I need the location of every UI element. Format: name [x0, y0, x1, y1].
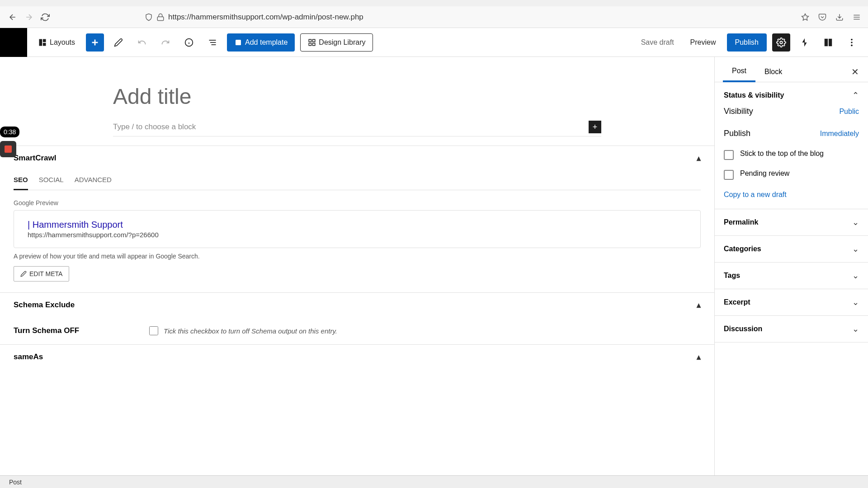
publish-value[interactable]: Immediately	[820, 130, 859, 138]
permalink-header[interactable]: Permalink ⌄	[724, 217, 859, 227]
browser-titlebar	[0, 0, 868, 6]
tags-header[interactable]: Tags ⌄	[724, 271, 859, 281]
sidebar-tab-post[interactable]: Post	[723, 61, 755, 82]
excerpt-header[interactable]: Excerpt ⌄	[724, 297, 859, 307]
outline-button[interactable]	[203, 33, 222, 52]
jetpack-button[interactable]	[796, 33, 814, 52]
chevron-up-icon: ▴	[697, 352, 701, 362]
svg-rect-6	[43, 39, 46, 42]
edit-button[interactable]	[109, 33, 127, 52]
settings-sidebar: Post Block ✕ Status & visibility ⌃ Visib…	[714, 57, 868, 475]
publish-button[interactable]: Publish	[727, 33, 767, 52]
svg-rect-17	[309, 39, 311, 42]
preview-button[interactable]: Preview	[685, 33, 722, 52]
post-title-input[interactable]: Add title	[113, 84, 601, 109]
add-template-button[interactable]: Add template	[227, 33, 295, 52]
schema-header[interactable]: Schema Exclude ▴	[0, 293, 714, 317]
layouts-button[interactable]: Layouts	[33, 33, 80, 52]
forward-button[interactable]	[24, 12, 34, 23]
pencil-icon	[114, 38, 123, 47]
svg-rect-7	[43, 42, 46, 46]
schema-heading: Schema Exclude	[14, 300, 75, 310]
publish-label: Publish	[724, 129, 750, 138]
reload-button[interactable]	[40, 12, 51, 23]
add-block-button[interactable]	[86, 33, 104, 52]
menu-icon[interactable]	[853, 13, 861, 21]
svg-rect-0	[157, 17, 164, 20]
more-button[interactable]	[843, 33, 861, 52]
info-button[interactable]	[180, 33, 198, 52]
edit-meta-button[interactable]: EDIT META	[14, 266, 69, 282]
sidebar-tab-block[interactable]: Block	[755, 62, 791, 81]
categories-header[interactable]: Categories ⌄	[724, 244, 859, 254]
breadcrumb-post[interactable]: Post	[9, 479, 22, 486]
copy-draft-link[interactable]: Copy to a new draft	[724, 184, 859, 201]
wp-logo[interactable]	[0, 28, 27, 57]
discussion-header[interactable]: Discussion ⌄	[724, 324, 859, 334]
discussion-title: Discussion	[724, 325, 762, 333]
svg-rect-16	[236, 40, 241, 45]
inline-add-block-button[interactable]: +	[589, 121, 601, 133]
redo-button[interactable]	[156, 33, 175, 52]
stick-checkbox[interactable]	[724, 150, 734, 160]
browser-toolbar: https://hammersmithsupport.com/wp-admin/…	[0, 6, 868, 28]
plus-icon	[90, 38, 100, 47]
lock-icon	[156, 13, 165, 21]
template-icon	[234, 38, 242, 47]
save-draft-button[interactable]: Save draft	[636, 33, 679, 52]
list-icon	[208, 38, 217, 47]
pending-checkbox[interactable]	[724, 170, 734, 180]
visibility-label: Visibility	[724, 107, 753, 116]
categories-title: Categories	[724, 245, 761, 253]
add-template-label: Add template	[245, 38, 288, 47]
smartcrawl-header[interactable]: SmartCrawl ▴	[0, 146, 714, 170]
status-visibility-header[interactable]: Status & visibility ⌃	[724, 90, 859, 100]
url-text: https://hammersmithsupport.com/wp-admin/…	[168, 13, 363, 22]
chevron-down-icon: ⌄	[852, 271, 859, 281]
undo-button[interactable]	[133, 33, 151, 52]
tab-seo[interactable]: SEO	[14, 170, 28, 190]
svg-point-26	[851, 44, 853, 46]
recording-stop-button[interactable]	[0, 141, 16, 157]
sameas-heading: sameAs	[14, 352, 43, 361]
sameas-header[interactable]: sameAs ▴	[0, 345, 714, 369]
tab-advanced[interactable]: ADVANCED	[75, 170, 112, 190]
stop-icon	[5, 145, 12, 153]
google-preview-label: Google Preview	[14, 199, 701, 206]
more-icon	[847, 38, 857, 47]
pocket-icon[interactable]	[818, 13, 826, 21]
svg-rect-20	[313, 43, 315, 45]
back-button[interactable]	[7, 12, 18, 23]
schema-off-label: Turn Schema OFF	[14, 326, 131, 335]
svg-marker-1	[802, 14, 809, 20]
jetpack-icon	[800, 38, 810, 47]
recording-widget: 0:38	[0, 127, 19, 157]
google-preview-url: https://hammersmithsupport.com/?p=26600	[28, 231, 687, 239]
chevron-down-icon: ⌄	[852, 297, 859, 307]
svg-point-21	[780, 41, 783, 44]
schema-off-checkbox[interactable]	[149, 326, 158, 335]
settings-button[interactable]	[772, 33, 790, 52]
excerpt-title: Excerpt	[724, 298, 750, 306]
recording-time: 0:38	[0, 127, 19, 137]
sameas-panel: sameAs ▴	[0, 344, 714, 369]
download-icon[interactable]	[835, 13, 844, 21]
star-icon[interactable]	[801, 13, 809, 21]
layouts-label: Layouts	[50, 38, 75, 47]
tags-title: Tags	[724, 272, 740, 280]
design-library-button[interactable]: Design Library	[300, 33, 373, 52]
design-library-label: Design Library	[319, 38, 365, 47]
sidebar-close-button[interactable]: ✕	[842, 66, 868, 77]
chevron-up-icon: ▴	[697, 300, 701, 310]
stick-label: Stick to the top of the blog	[740, 149, 824, 159]
tab-social[interactable]: SOCIAL	[39, 170, 64, 190]
chevron-up-icon: ▴	[697, 153, 701, 163]
block-placeholder[interactable]: Type / to choose a block	[113, 122, 584, 131]
panel-button[interactable]	[819, 33, 837, 52]
visibility-value[interactable]: Public	[839, 108, 859, 116]
address-bar[interactable]: https://hammersmithsupport.com/wp-admin/…	[56, 13, 813, 22]
redo-icon	[161, 38, 170, 47]
google-preview-help: A preview of how your title and meta wil…	[14, 253, 701, 260]
status-visibility-title: Status & visibility	[724, 91, 784, 99]
schema-off-help: Tick this checkbox to turn off Schema ou…	[164, 327, 337, 335]
